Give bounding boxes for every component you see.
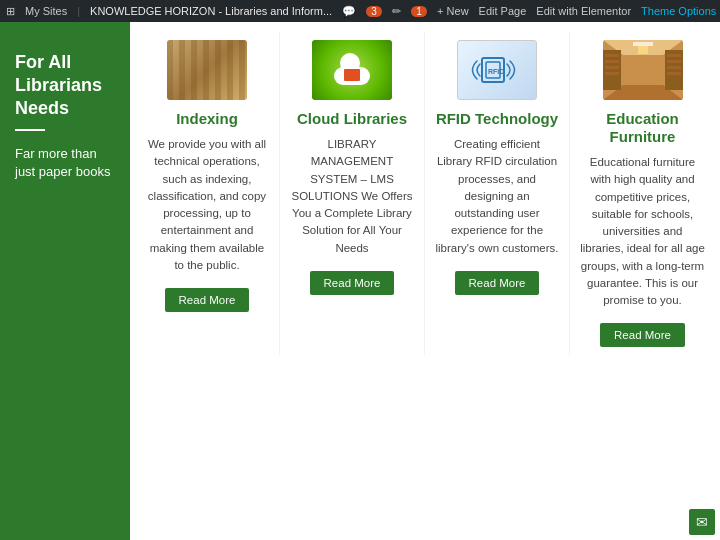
- read-more-cloud-button[interactable]: Read More: [310, 271, 395, 295]
- sidebar: For All Librarians Needs Far more than j…: [0, 22, 130, 540]
- card-cloud-text: LIBRARY MANAGEMENT SYSTEM – LMS SOLUTION…: [290, 136, 414, 257]
- svg-rect-13: [667, 60, 681, 63]
- site-name[interactable]: KNOWLEDGE HORIZON - Libraries and Inform…: [90, 5, 332, 17]
- main-content: Indexing We provide you with all technic…: [130, 22, 720, 540]
- tagline-line2: Librarians: [15, 75, 115, 96]
- comments-icon[interactable]: 💬: [342, 5, 356, 18]
- email-icon[interactable]: ✉: [689, 509, 715, 535]
- edit-page-link[interactable]: Edit Page: [479, 5, 527, 17]
- svg-rect-9: [605, 66, 619, 69]
- rfid-icon: RFID: [467, 48, 527, 93]
- read-more-rfid-button[interactable]: Read More: [455, 271, 540, 295]
- read-more-education-button[interactable]: Read More: [600, 323, 685, 347]
- my-sites-link[interactable]: My Sites: [25, 5, 67, 17]
- card-education-text: Educational furniture with high quality …: [580, 154, 705, 309]
- card-indexing-text: We provide you with all technical operat…: [145, 136, 269, 274]
- cloud-body: [334, 67, 370, 85]
- card-rfid: RFID RFID Technology Creating efficient …: [425, 32, 570, 355]
- card-rfid-image: RFID: [457, 40, 537, 100]
- svg-rect-10: [605, 72, 619, 75]
- read-more-indexing-button[interactable]: Read More: [165, 288, 250, 312]
- main-layout: For All Librarians Needs Far more than j…: [0, 22, 720, 540]
- svg-rect-16: [633, 42, 653, 46]
- svg-rect-14: [667, 66, 681, 69]
- edit-elementor-link[interactable]: Edit with Elementor: [536, 5, 631, 17]
- svg-rect-12: [667, 54, 681, 57]
- tagline-line3: Needs: [15, 98, 115, 119]
- card-indexing-image: [167, 40, 247, 100]
- card-education-image: [603, 40, 683, 100]
- card-cloud-image: [312, 40, 392, 100]
- cloud-icon: [330, 55, 374, 85]
- cards-grid: Indexing We provide you with all technic…: [135, 32, 715, 355]
- wp-logo[interactable]: ⊞: [6, 5, 15, 18]
- card-education-title: Education Furniture: [580, 110, 705, 146]
- svg-rect-17: [638, 46, 648, 54]
- svg-text:RFID: RFID: [488, 68, 504, 75]
- svg-rect-8: [605, 60, 619, 63]
- theme-options-link[interactable]: Theme Options: [641, 5, 716, 17]
- card-rfid-text: Creating efficient Library RFID circulat…: [435, 136, 559, 257]
- sidebar-divider: [15, 129, 45, 131]
- comment-count: 1: [411, 6, 427, 17]
- admin-bar: ⊞ My Sites | KNOWLEDGE HORIZON - Librari…: [0, 0, 720, 22]
- card-cloud-title: Cloud Libraries: [290, 110, 414, 128]
- book-icon: [344, 69, 360, 81]
- separator: |: [77, 5, 80, 17]
- comments-count: 3: [366, 6, 382, 17]
- card-indexing: Indexing We provide you with all technic…: [135, 32, 280, 355]
- new-link[interactable]: + New: [437, 5, 469, 17]
- sidebar-tagline: Far more than just paper books: [15, 145, 115, 181]
- comment-bubble-icon[interactable]: ✏: [392, 5, 401, 18]
- card-indexing-title: Indexing: [145, 110, 269, 128]
- card-rfid-title: RFID Technology: [435, 110, 559, 128]
- svg-rect-7: [605, 54, 619, 57]
- card-cloud: Cloud Libraries LIBRARY MANAGEMENT SYSTE…: [280, 32, 425, 355]
- tagline-line1: For All: [15, 52, 115, 73]
- card-education: Education Furniture Educational furnitur…: [570, 32, 715, 355]
- svg-rect-15: [667, 72, 681, 75]
